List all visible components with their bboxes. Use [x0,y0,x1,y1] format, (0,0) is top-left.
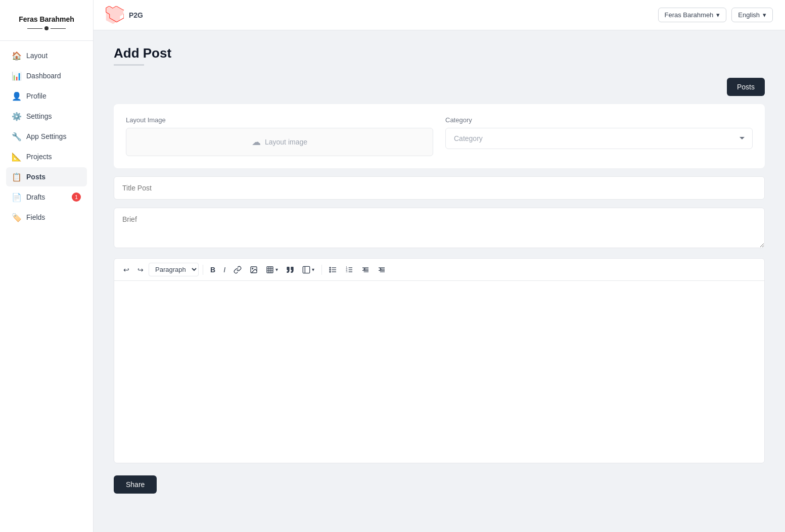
sidebar-user-divider [10,26,83,30]
cloud-upload-icon: ☁ [252,136,261,148]
category-group: Category Category [445,116,753,156]
posts-icon: 📋 [12,172,21,181]
layout-image-text: Layout image [265,138,307,146]
outdent-button[interactable] [358,264,373,276]
bold-button[interactable]: B [207,264,218,276]
svg-point-14 [330,271,331,272]
header-lang-label: English [738,11,760,19]
layout-image-upload[interactable]: ☁ Layout image [126,128,433,156]
sidebar-item-label-dashboard: Dashboard [26,72,61,80]
sidebar-item-label-layout: Layout [26,52,48,60]
undo-button[interactable]: ↩ [120,264,132,276]
sidebar-item-drafts[interactable]: 📄Drafts1 [6,187,87,207]
sidebar-item-profile[interactable]: 👤Profile [6,86,87,106]
toolbar-divider-2 [321,265,322,275]
drafts-icon: 📄 [12,192,21,202]
page-title-wrap: Add Post [114,45,765,66]
sidebar-item-projects[interactable]: 📐Projects [6,147,87,166]
sidebar-item-dashboard[interactable]: 📊Dashboard [6,66,87,85]
divider-line-left [27,28,42,29]
sidebar-nav: 🏠Layout📊Dashboard👤Profile⚙️Settings🔧App … [0,46,93,227]
link-button[interactable] [230,264,245,276]
header-lang-chevron: ▾ [763,11,766,19]
layout-image-group: Layout Image ☁ Layout image [126,116,433,156]
ordered-list-button[interactable]: 1.2.3. [342,264,356,276]
share-button[interactable]: Share [114,475,157,494]
sidebar-item-settings[interactable]: ⚙️Settings [6,107,87,126]
page-title-underline [114,64,144,66]
form-row-media: Layout Image ☁ Layout image Category Cat… [126,116,753,156]
sidebar-user: Feras Barahmeh [0,10,93,41]
quote-button[interactable] [283,264,297,276]
header-lang-button[interactable]: English ▾ [731,8,773,22]
header-user-chevron: ▾ [716,11,720,19]
paragraph-select[interactable]: Paragraph [149,263,199,276]
dashboard-icon: 📊 [12,71,21,80]
drafts-badge: 1 [72,192,81,202]
editor-body[interactable] [114,281,764,463]
sidebar: Feras Barahmeh 🏠Layout📊Dashboard👤Profile… [0,0,94,532]
sidebar-item-label-drafts: Drafts [26,193,45,201]
divider-dot [44,26,49,30]
header-user-button[interactable]: Feras Barahmeh ▾ [658,8,727,22]
sidebar-item-label-app-settings: App Settings [26,132,66,140]
header-user-label: Feras Barahmeh [665,11,714,19]
sidebar-item-label-fields: Fields [26,213,45,221]
divider-line-right [51,28,66,29]
sidebar-item-posts[interactable]: 📋Posts [6,167,87,186]
top-actions: Posts [114,78,765,96]
page-title: Add Post [114,45,765,61]
layout-icon: 🏠 [12,51,21,60]
editor-wrapper: ↩ ↪ Paragraph B I ▾ [114,258,765,463]
layout-image-label: Layout Image [126,116,433,124]
form-card-media: Layout Image ☁ Layout image Category Cat… [114,104,765,168]
table-button[interactable]: ▾ [263,264,281,276]
svg-rect-2 [267,267,273,273]
embed-button[interactable]: ▾ [299,264,317,276]
sidebar-item-label-settings: Settings [26,112,52,120]
sidebar-username: Feras Barahmeh [10,15,83,23]
header-app-name: P2G [129,11,143,19]
app-settings-icon: 🔧 [12,132,21,141]
svg-point-12 [330,267,331,268]
main-area: P2G Feras Barahmeh ▾ English ▾ Add Post … [94,0,785,532]
header: P2G Feras Barahmeh ▾ English ▾ [94,0,785,30]
app-logo-icon [106,6,124,24]
title-input[interactable] [114,176,765,200]
category-label: Category [445,116,753,124]
redo-button[interactable]: ↪ [134,264,147,276]
posts-button[interactable]: Posts [727,78,765,96]
content-area: Add Post Posts Layout Image ☁ Layout ima… [94,30,785,532]
svg-point-13 [330,269,331,270]
editor-toolbar: ↩ ↪ Paragraph B I ▾ [114,259,764,281]
bullet-list-button[interactable] [326,264,340,276]
svg-rect-7 [303,266,309,273]
svg-point-1 [252,268,253,269]
sidebar-item-fields[interactable]: 🏷️Fields [6,208,87,227]
indent-button[interactable] [375,264,389,276]
image-button[interactable] [247,264,261,276]
projects-icon: 📐 [12,152,21,161]
header-logo: P2G [106,6,143,24]
svg-text:3.: 3. [346,270,348,273]
italic-button[interactable]: I [220,264,228,276]
sidebar-item-app-settings[interactable]: 🔧App Settings [6,127,87,146]
sidebar-item-label-projects: Projects [26,153,52,161]
settings-icon: ⚙️ [12,112,21,121]
brief-textarea[interactable] [114,208,765,248]
toolbar-divider-1 [203,265,203,275]
sidebar-item-label-posts: Posts [26,173,45,181]
sidebar-item-layout[interactable]: 🏠Layout [6,46,87,65]
profile-icon: 👤 [12,91,21,101]
sidebar-item-label-profile: Profile [26,92,47,100]
fields-icon: 🏷️ [12,213,21,222]
category-select[interactable]: Category [445,128,753,149]
